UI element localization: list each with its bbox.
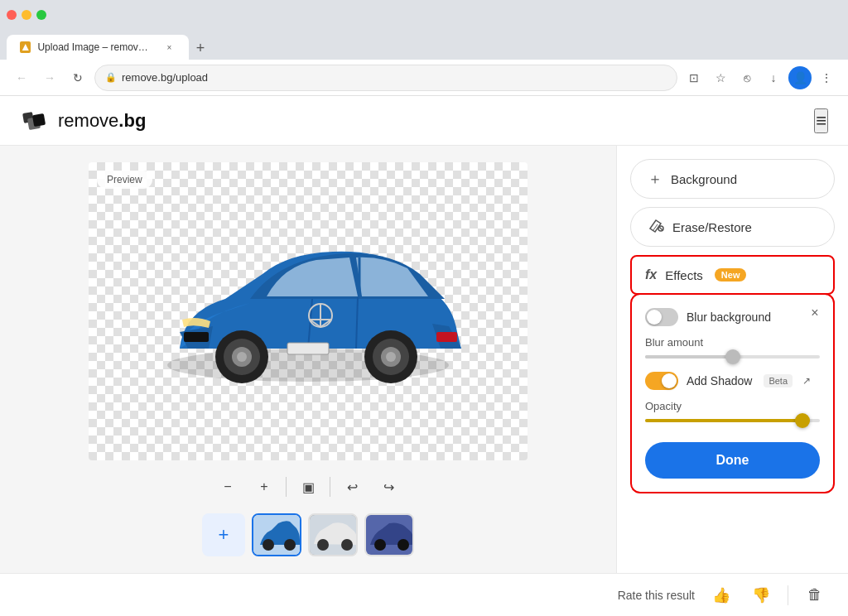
external-link-icon[interactable]: ↗ [802, 375, 811, 387]
background-label: Background [671, 172, 737, 186]
zoom-in-button[interactable]: + [249, 472, 279, 502]
download-button[interactable]: ↓ [762, 66, 785, 89]
effects-fx-icon: fx [645, 267, 657, 282]
svg-point-24 [263, 539, 274, 551]
window-maximize[interactable] [36, 10, 46, 20]
svg-point-8 [237, 352, 247, 362]
thumb-1-image [253, 515, 301, 556]
thumbnail-2[interactable] [308, 513, 358, 556]
logo-text: remove.bg [58, 110, 146, 132]
opacity-section: Opacity [645, 400, 820, 422]
tab-close-button[interactable]: × [163, 41, 176, 54]
effects-row[interactable]: fx Effects New [630, 255, 835, 295]
rate-text: Rate this result [618, 589, 695, 602]
background-button[interactable]: ＋ Background [630, 159, 835, 199]
opacity-fill [645, 419, 802, 422]
svg-point-28 [341, 539, 353, 551]
effects-label: Effects [665, 268, 703, 282]
address-bar[interactable]: 🔒 remove.bg/upload [94, 65, 677, 91]
opacity-thumb[interactable] [795, 413, 810, 428]
logo-area: remove.bg [20, 106, 146, 136]
blur-bg-row: Blur background [645, 308, 820, 326]
browser-window-controls [0, 0, 848, 30]
svg-point-27 [317, 539, 329, 551]
browser-toolbar: ← → ↻ 🔒 remove.bg/upload ⊡ ☆ ⎋ ↓ 👤 ⋮ [0, 60, 848, 96]
blur-amount-slider[interactable] [645, 355, 820, 359]
thumb-3-image [366, 515, 414, 556]
tab-favicon [20, 41, 31, 53]
hamburger-menu[interactable]: ≡ [814, 108, 828, 133]
thumbnail-3[interactable] [364, 513, 414, 556]
compare-button[interactable]: ▣ [293, 472, 323, 502]
beta-badge: Beta [764, 374, 793, 387]
new-tab-button[interactable]: + [189, 36, 212, 60]
share-button[interactable]: ⎋ [735, 66, 759, 89]
back-button[interactable]: ← [10, 66, 33, 89]
undo-button[interactable]: ↩ [337, 472, 367, 502]
background-plus-icon: ＋ [648, 169, 662, 189]
cast-button[interactable]: ⊡ [682, 66, 706, 89]
svg-point-25 [284, 539, 296, 551]
thumb-2-image [310, 515, 358, 556]
logo-icon [20, 106, 50, 136]
blur-bg-label: Blur background [687, 310, 771, 324]
opacity-slider[interactable] [645, 419, 820, 422]
canvas-area: Preview [0, 146, 616, 573]
bottom-divider [788, 585, 788, 605]
popup-close-button[interactable]: × [805, 303, 825, 323]
svg-rect-16 [436, 332, 457, 342]
thumbnails-area: + [202, 513, 414, 556]
svg-line-33 [659, 227, 662, 230]
thumbup-button[interactable]: 👍 [708, 582, 735, 609]
app-main: Preview [0, 146, 848, 573]
blur-amount-section: Blur amount [645, 336, 820, 359]
right-panel: ＋ Background Erase/Restore fx Ef [616, 146, 848, 573]
erase-icon [648, 217, 664, 238]
blur-bg-toggle-knob [647, 310, 662, 325]
canvas-toolbar: − + ▣ ↩ ↪ [213, 472, 403, 502]
svg-rect-15 [184, 332, 209, 342]
svg-point-12 [386, 352, 396, 362]
preview-label: Preview [97, 171, 152, 189]
done-button[interactable]: Done [645, 442, 820, 479]
add-shadow-toggle-knob [662, 373, 677, 388]
svg-rect-2 [32, 113, 46, 126]
car-image [134, 204, 482, 419]
svg-point-30 [374, 539, 386, 551]
tab-title: Upload Image – remove.bg [37, 41, 152, 53]
svg-rect-22 [287, 343, 329, 354]
canvas-toolbar-divider-2 [330, 477, 330, 497]
app-header: remove.bg ≡ [0, 96, 848, 146]
canvas-checkerboard [89, 162, 528, 460]
blur-bg-toggle[interactable] [645, 308, 678, 326]
lock-icon: 🔒 [105, 72, 117, 83]
erase-restore-button[interactable]: Erase/Restore [630, 207, 835, 247]
address-text: remove.bg/upload [122, 71, 208, 84]
window-minimize[interactable] [22, 10, 31, 20]
toolbar-right-actions: ⊡ ☆ ⎋ ↓ 👤 ⋮ [682, 66, 838, 89]
add-shadow-label: Add Shadow [687, 374, 752, 387]
erase-svg [648, 217, 664, 233]
redo-button[interactable]: ↪ [373, 472, 403, 502]
thumbnail-1[interactable] [252, 513, 301, 556]
canvas-wrapper: Preview [89, 162, 528, 460]
browser-tab-active[interactable]: Upload Image – remove.bg × [7, 35, 189, 60]
window-close[interactable] [7, 10, 17, 20]
add-shadow-toggle[interactable] [645, 372, 678, 390]
profile-button[interactable]: 👤 [788, 66, 812, 89]
bookmark-button[interactable]: ☆ [709, 66, 732, 89]
effects-popup: × Blur background Blur amount [630, 293, 835, 493]
logo-remove: remove [58, 110, 118, 131]
delete-button[interactable]: 🗑 [802, 582, 828, 609]
opacity-label: Opacity [645, 400, 820, 412]
blur-amount-thumb[interactable] [725, 349, 740, 364]
refresh-button[interactable]: ↻ [66, 66, 89, 89]
zoom-out-button[interactable]: − [213, 472, 243, 502]
browser-menu-button[interactable]: ⋮ [815, 66, 838, 89]
add-image-button[interactable]: + [202, 513, 245, 556]
blur-amount-fill [645, 355, 733, 359]
effects-new-badge: New [715, 268, 747, 282]
thumbdown-button[interactable]: 👎 [748, 582, 774, 609]
app-container: remove.bg ≡ Preview [0, 96, 848, 616]
forward-button[interactable]: → [38, 66, 61, 89]
